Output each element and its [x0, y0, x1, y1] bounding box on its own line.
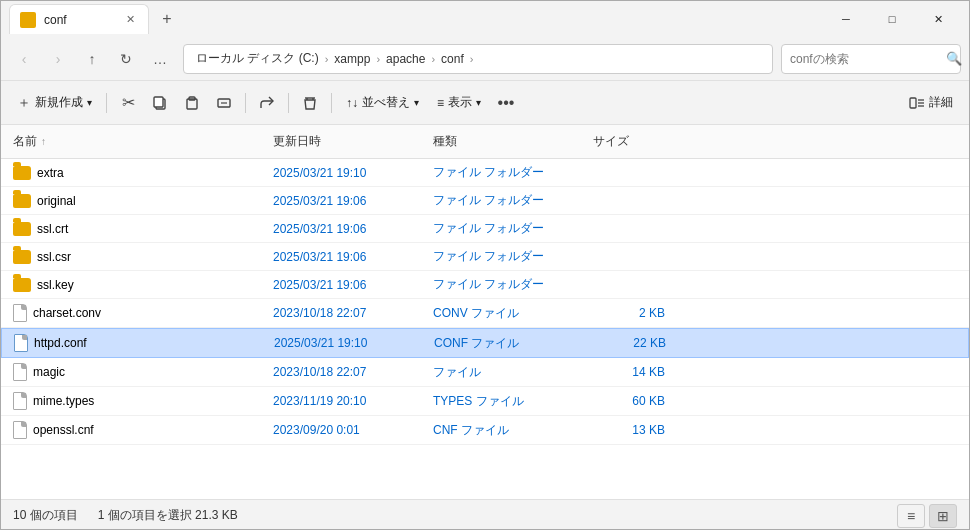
breadcrumb-conf[interactable]: conf	[437, 50, 468, 68]
cut-button[interactable]: ✂	[113, 88, 143, 118]
breadcrumb-xampp[interactable]: xampp	[330, 50, 374, 68]
file-size: 22 KB	[590, 333, 670, 353]
svg-rect-9	[910, 98, 916, 108]
minimize-button[interactable]: ─	[823, 3, 869, 35]
sort-button[interactable]: ↑↓ 並べ替え ▾	[338, 88, 427, 118]
list-view-button[interactable]: ≡	[897, 504, 925, 528]
file-name: magic	[9, 360, 269, 384]
tab-close-button[interactable]: ✕	[122, 12, 138, 28]
forward-button[interactable]: ›	[43, 44, 73, 74]
file-name: ssl.csr	[9, 247, 269, 267]
file-icon	[13, 392, 27, 410]
rename-icon	[216, 95, 232, 111]
file-rows: extra2025/03/21 19:10ファイル フォルダーoriginal2…	[1, 159, 969, 445]
back-button[interactable]: ‹	[9, 44, 39, 74]
up-button[interactable]: ↑	[77, 44, 107, 74]
title-bar: conf ✕ + ─ □ ✕	[1, 1, 969, 37]
file-name: ssl.crt	[9, 219, 269, 239]
view-icon: ≡	[437, 96, 444, 110]
table-row[interactable]: original2025/03/21 19:06ファイル フォルダー	[1, 187, 969, 215]
search-input[interactable]	[790, 52, 940, 66]
header-size[interactable]: サイズ	[589, 129, 669, 154]
breadcrumb-bar[interactable]: ローカル ディスク (C:) › xampp › apache › conf ›	[183, 44, 773, 74]
paste-button[interactable]	[177, 88, 207, 118]
copy-button[interactable]	[145, 88, 175, 118]
sep-1	[106, 93, 107, 113]
rename-button[interactable]	[209, 88, 239, 118]
item-count: 10 個の項目	[13, 507, 78, 524]
file-date: 2025/03/21 19:06	[269, 219, 429, 239]
details-button[interactable]: 詳細	[901, 90, 961, 115]
view-controls: ≡ ⊞	[897, 504, 957, 528]
breadcrumb-sep-3: ›	[431, 53, 435, 65]
file-size	[589, 282, 669, 288]
table-row[interactable]: extra2025/03/21 19:10ファイル フォルダー	[1, 159, 969, 187]
sep-3	[288, 93, 289, 113]
file-size	[589, 198, 669, 204]
search-bar[interactable]: 🔍	[781, 44, 961, 74]
file-date: 2025/03/21 19:06	[269, 247, 429, 267]
detail-view-button[interactable]: ⊞	[929, 504, 957, 528]
new-button[interactable]: ＋ 新規作成 ▾	[9, 88, 100, 118]
table-row[interactable]: charset.conv2023/10/18 22:07CONV ファイル2 K…	[1, 299, 969, 328]
file-name: ssl.key	[9, 275, 269, 295]
sort-chevron: ▾	[414, 97, 419, 108]
table-row[interactable]: openssl.cnf2023/09/20 0:01CNF ファイル13 KB	[1, 416, 969, 445]
view-button[interactable]: ≡ 表示 ▾	[429, 88, 489, 118]
table-row[interactable]: ssl.csr2025/03/21 19:06ファイル フォルダー	[1, 243, 969, 271]
table-row[interactable]: mime.types2023/11/19 20:10TYPES ファイル60 K…	[1, 387, 969, 416]
folder-icon	[13, 194, 31, 208]
share-button[interactable]	[252, 88, 282, 118]
file-type: CONF ファイル	[430, 332, 590, 355]
address-bar: ‹ › ↑ ↻ … ローカル ディスク (C:) › xampp › apach…	[1, 37, 969, 81]
file-name: mime.types	[9, 389, 269, 413]
breadcrumb-local-disk[interactable]: ローカル ディスク (C:)	[192, 48, 323, 69]
table-row[interactable]: ssl.crt2025/03/21 19:06ファイル フォルダー	[1, 215, 969, 243]
breadcrumb-sep-1: ›	[325, 53, 329, 65]
new-tab-button[interactable]: +	[153, 5, 181, 33]
file-date: 2023/11/19 20:10	[269, 391, 429, 411]
details-icon	[909, 95, 925, 111]
breadcrumb-apache[interactable]: apache	[382, 50, 429, 68]
file-type: ファイル フォルダー	[429, 161, 589, 184]
file-header: 名前 ↑ 更新日時 種類 サイズ	[1, 125, 969, 159]
header-name[interactable]: 名前 ↑	[9, 129, 269, 154]
file-date: 2023/09/20 0:01	[269, 420, 429, 440]
more-button[interactable]: •••	[491, 88, 521, 118]
svg-rect-1	[154, 97, 163, 107]
table-row[interactable]: ssl.key2025/03/21 19:06ファイル フォルダー	[1, 271, 969, 299]
maximize-button[interactable]: □	[869, 3, 915, 35]
breadcrumb-sep-4: ›	[470, 53, 474, 65]
new-label: 新規作成	[35, 94, 83, 111]
file-type: TYPES ファイル	[429, 390, 589, 413]
window-close-button[interactable]: ✕	[915, 3, 961, 35]
delete-button[interactable]	[295, 88, 325, 118]
file-date: 2025/03/21 19:10	[270, 333, 430, 353]
file-icon	[13, 421, 27, 439]
toolbar: ＋ 新規作成 ▾ ✂ ↑↓ 並べ替え ▾ ≡ 表示 ▾ ••• 詳細	[1, 81, 969, 125]
file-date: 2023/10/18 22:07	[269, 303, 429, 323]
location-button[interactable]: …	[145, 44, 175, 74]
folder-icon	[13, 166, 31, 180]
window-tab[interactable]: conf ✕	[9, 4, 149, 34]
delete-icon	[302, 95, 318, 111]
paste-icon	[184, 95, 200, 111]
refresh-button[interactable]: ↻	[111, 44, 141, 74]
file-icon	[13, 304, 27, 322]
file-date: 2025/03/21 19:10	[269, 163, 429, 183]
view-label: 表示	[448, 94, 472, 111]
view-chevron: ▾	[476, 97, 481, 108]
copy-icon	[152, 95, 168, 111]
table-row[interactable]: httpd.conf2025/03/21 19:10CONF ファイル22 KB	[1, 328, 969, 358]
folder-icon	[13, 250, 31, 264]
file-size: 2 KB	[589, 303, 669, 323]
sep-2	[245, 93, 246, 113]
file-type: ファイル フォルダー	[429, 189, 589, 212]
header-date[interactable]: 更新日時	[269, 129, 429, 154]
new-icon: ＋	[17, 94, 31, 112]
file-type: ファイル	[429, 361, 589, 384]
header-type[interactable]: 種類	[429, 129, 589, 154]
table-row[interactable]: magic2023/10/18 22:07ファイル14 KB	[1, 358, 969, 387]
file-name: original	[9, 191, 269, 211]
file-size	[589, 170, 669, 176]
